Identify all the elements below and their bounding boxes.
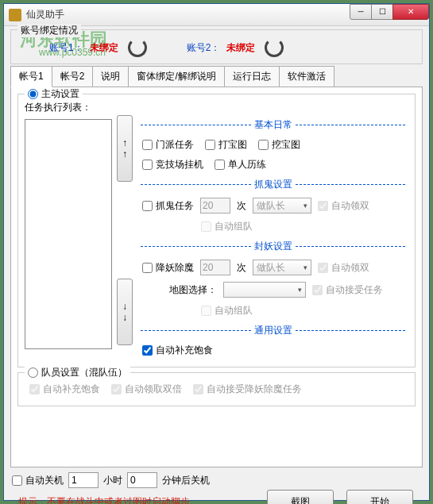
ghost-count-spinner[interactable]: 20	[200, 198, 230, 214]
section-demon: 封妖设置	[137, 240, 408, 253]
maximize-button[interactable]: ☐	[371, 4, 393, 20]
account2-label: 账号2：	[187, 41, 221, 55]
member-autofood-checkbox	[29, 384, 40, 394]
spinner-icon	[265, 38, 284, 57]
menpai-checkbox[interactable]	[142, 140, 153, 150]
ghost-autodouble-checkbox	[318, 201, 328, 211]
wabaotu-checkbox[interactable]	[258, 140, 269, 150]
task-list-label: 任务执行列表：	[25, 101, 112, 114]
start-button[interactable]: 开始	[346, 490, 413, 504]
close-button[interactable]: ✕	[392, 4, 429, 20]
app-icon	[9, 9, 21, 21]
account1-label: 账号1：	[49, 41, 83, 55]
tab-account1[interactable]: 帐号1	[10, 66, 52, 87]
titlebar[interactable]: 仙灵助手 ─ ☐ ✕	[4, 4, 429, 26]
tab-account2[interactable]: 帐号2	[52, 66, 94, 87]
demon-autodouble-checkbox	[318, 263, 328, 273]
danren-checkbox[interactable]	[215, 160, 225, 170]
jingji-checkbox[interactable]	[142, 160, 153, 170]
demon-autoaccept-checkbox	[312, 285, 323, 295]
bind-status-group: 账号绑定情况 账号1： 未绑定 账号2： 未绑定	[10, 29, 423, 64]
move-down-button[interactable]: ↓↓	[117, 279, 133, 345]
demon-count-spinner[interactable]: 20	[200, 260, 230, 275]
tab-content: 主动设置 任务执行列表： ↑↑ ↓↓ 基本日常 门派任务	[10, 87, 423, 467]
section-general: 通用设置	[137, 324, 408, 337]
ghost-leader-combo[interactable]: 做队长	[253, 198, 311, 214]
mins-input[interactable]: 0	[127, 472, 157, 488]
demon-leader-combo[interactable]: 做队长	[253, 260, 311, 275]
member-autoaccept-checkbox	[193, 384, 203, 394]
autofood-checkbox[interactable]	[142, 345, 153, 356]
dabaotu-checkbox[interactable]	[205, 140, 215, 150]
demon-autoteam-checkbox	[201, 306, 211, 316]
map-combo[interactable]	[223, 282, 306, 298]
map-label: 地图选择：	[169, 283, 217, 297]
spinner-icon	[128, 38, 147, 57]
member-autodouble-checkbox	[111, 384, 122, 394]
section-ghost: 抓鬼设置	[137, 178, 408, 191]
window-title: 仙灵助手	[26, 8, 350, 21]
member-mode-radio[interactable]	[28, 367, 38, 378]
demon-task-checkbox[interactable]	[142, 263, 153, 273]
bind-group-title: 账号绑定情况	[17, 24, 81, 37]
member-settings-group: 队员设置（混队伍） 自动补充饱食 自动领取双倍 自动接受降妖除魔任务	[17, 372, 416, 406]
screenshot-button[interactable]: 截图	[267, 490, 334, 504]
auto-shutdown-checkbox[interactable]	[12, 475, 22, 486]
tab-strip: 帐号1 帐号2 说明 窗体绑定/解绑说明 运行日志 软件激活	[10, 66, 423, 87]
task-listbox[interactable]	[25, 119, 112, 349]
move-up-button[interactable]: ↑↑	[117, 115, 133, 182]
tab-log[interactable]: 运行日志	[224, 66, 280, 87]
account2-status: 未绑定	[226, 41, 255, 55]
section-basic: 基本日常	[137, 118, 408, 132]
tab-activate[interactable]: 软件激活	[279, 66, 334, 87]
tab-help[interactable]: 说明	[92, 66, 129, 87]
active-mode-radio[interactable]	[28, 89, 38, 99]
tip-text: 提示：不要在战斗中或者过图时启动脚步。	[18, 495, 199, 505]
minimize-button[interactable]: ─	[350, 4, 372, 20]
member-mode-label: 队员设置（混队伍）	[41, 366, 127, 379]
tab-bind-help[interactable]: 窗体绑定/解绑说明	[128, 66, 224, 87]
active-settings-group: 主动设置 任务执行列表： ↑↑ ↓↓ 基本日常 门派任务	[17, 94, 416, 367]
ghost-autoteam-checkbox	[201, 221, 211, 232]
account1-status: 未绑定	[90, 41, 118, 55]
app-window: 仙灵助手 ─ ☐ ✕ 河东软件园 www.pc0359.cn 账号绑定情况 账号…	[3, 3, 430, 501]
active-mode-label: 主动设置	[41, 87, 79, 101]
hours-input[interactable]: 1	[68, 472, 99, 488]
ghost-task-checkbox[interactable]	[142, 201, 153, 211]
